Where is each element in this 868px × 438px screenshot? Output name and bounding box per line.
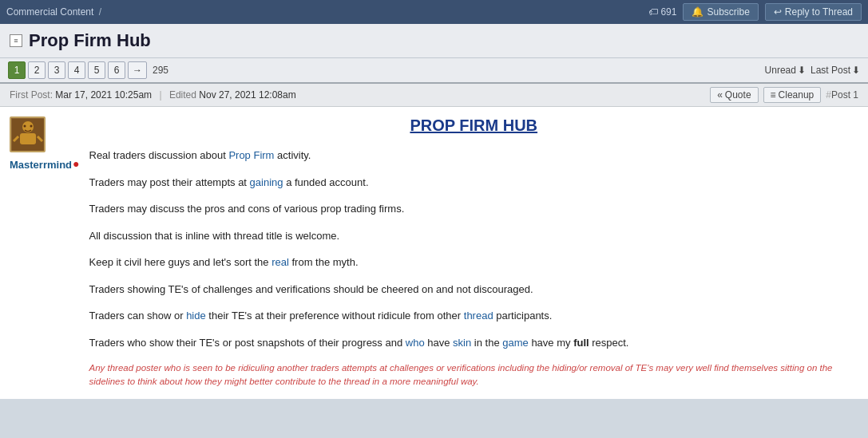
- edited-label: Edited: [169, 89, 196, 101]
- first-post-date: Mar 17, 2021 10:25am: [55, 89, 152, 101]
- edited-date: Nov 27, 2021 12:08am: [199, 89, 295, 101]
- post-content: PROP FIRM HUB Real traders discussion ab…: [89, 116, 859, 389]
- paragraph-7: Traders can show or hide their TE's at t…: [89, 308, 859, 324]
- paragraph-4: All discussion that is inline with threa…: [89, 228, 859, 244]
- warning-text: Any thread poster who is seen to be ridi…: [89, 361, 859, 389]
- unread-sort-button[interactable]: Unread ⬇: [765, 65, 806, 76]
- avatar: [10, 116, 46, 152]
- page-6-button[interactable]: 6: [108, 61, 125, 79]
- page-4-button[interactable]: 4: [68, 61, 85, 79]
- top-bar-actions: 🏷 691 🔔 Subscribe ↩ Reply to Thread: [648, 3, 862, 21]
- cleanup-icon: ≡: [771, 89, 776, 101]
- breadcrumb-link[interactable]: Commercial Content: [6, 6, 93, 18]
- first-post-label: First Post:: [10, 89, 53, 101]
- post-meta-row: First Post: Mar 17, 2021 10:25am | Edite…: [0, 84, 868, 107]
- thread-icon: ≡: [10, 34, 22, 47]
- breadcrumb-area: Commercial Content /: [6, 6, 104, 18]
- post-meta-dates: First Post: Mar 17, 2021 10:25am | Edite…: [10, 89, 296, 101]
- post-heading: PROP FIRM HUB: [89, 116, 859, 135]
- pagination-right-controls: Unread ⬇ Last Post ⬇: [765, 65, 860, 76]
- post-body: Masterrmind ● PROP FIRM HUB Real traders…: [0, 107, 868, 399]
- page-5-button[interactable]: 5: [88, 61, 105, 79]
- quote-button[interactable]: « Quote: [710, 87, 758, 103]
- paragraph-6: Traders showing TE's of challenges and v…: [89, 282, 859, 298]
- pagination-bar: 1 2 3 4 5 6 → 295 Unread ⬇ Last Post ⬇: [0, 58, 868, 84]
- post-number: #Post 1: [826, 89, 858, 101]
- page-3-button[interactable]: 3: [48, 61, 65, 79]
- sort-down-icon: ⬇: [798, 65, 806, 76]
- reply-icon: ↩: [774, 6, 782, 18]
- sort-down-icon2: ⬇: [852, 65, 860, 76]
- post-meta-actions: « Quote ≡ Cleanup #Post 1: [710, 87, 858, 103]
- username-link[interactable]: Masterrmind: [10, 159, 72, 171]
- replies-count: 🏷 691: [648, 6, 676, 18]
- page-arrow-button[interactable]: →: [128, 61, 147, 79]
- quote-icon: «: [717, 89, 723, 101]
- subscribe-button[interactable]: 🔔 Subscribe: [683, 3, 758, 21]
- post-heading-link[interactable]: PROP FIRM HUB: [410, 116, 537, 134]
- thread-title: Prop Firm Hub: [29, 30, 151, 51]
- paragraph-3: Traders may discuss the pros and cons of…: [89, 201, 859, 217]
- svg-rect-2: [20, 133, 36, 144]
- svg-point-3: [23, 124, 26, 127]
- user-column: Masterrmind ●: [10, 116, 80, 389]
- post-container: First Post: Mar 17, 2021 10:25am | Edite…: [0, 84, 868, 399]
- reply-to-thread-button[interactable]: ↩ Reply to Thread: [765, 3, 862, 21]
- tag-icon: 🏷: [648, 6, 658, 18]
- paragraph-2: Traders may post their attempts at gaini…: [89, 175, 859, 191]
- paragraph-5: Keep it civil here guys and let's sort t…: [89, 255, 859, 270]
- pagination-pages: 1 2 3 4 5 6 → 295: [8, 61, 168, 79]
- top-bar: Commercial Content / 🏷 691 🔔 Subscribe ↩…: [0, 0, 868, 24]
- cleanup-button[interactable]: ≡ Cleanup: [763, 87, 822, 103]
- username-row: Masterrmind ●: [10, 156, 80, 171]
- user-status-dot: ●: [73, 157, 79, 170]
- thread-title-bar: ≡ Prop Firm Hub: [0, 24, 868, 58]
- page-1-button[interactable]: 1: [8, 61, 26, 79]
- last-post-sort-button[interactable]: Last Post ⬇: [811, 65, 860, 76]
- svg-point-4: [30, 124, 32, 127]
- breadcrumb-separator: /: [99, 6, 101, 18]
- page-2-button[interactable]: 2: [28, 61, 46, 79]
- page-total: 295: [153, 65, 168, 76]
- subscribe-icon: 🔔: [692, 6, 704, 18]
- paragraph-1: Real traders discussion about Prop Firm …: [89, 148, 859, 164]
- paragraph-8: Traders who show their TE's or post snap…: [89, 335, 859, 351]
